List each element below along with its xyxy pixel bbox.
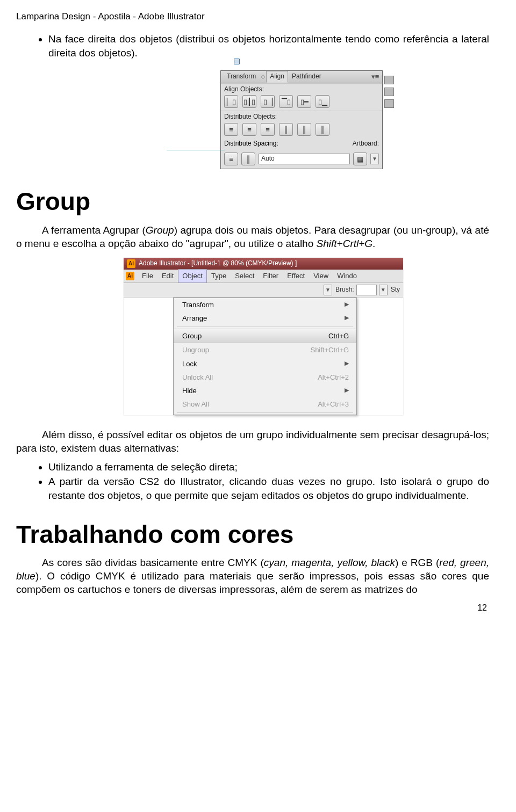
dist-vcenter-icon[interactable]: ≡ [242,123,256,136]
submenu-arrow-icon: ▶ [345,314,349,323]
artboard-dropdown-icon[interactable]: ▼ [370,154,379,164]
dist-hcenter-icon[interactable]: ║ [297,123,311,136]
submenu-arrow-icon: ▶ [345,386,349,395]
bullet-intro: Na face direita dos objetos (distribui o… [48,32,489,59]
heading-colors: Trabalhando com cores [16,518,489,551]
menu-item-lock[interactable]: Lock▶ [174,357,356,371]
submenu-arrow-icon: ▶ [345,300,349,309]
menu-object[interactable]: Object [178,269,207,282]
label-align-objects: Align Objects: [221,83,382,95]
menu-item-arrange[interactable]: Arrange▶ [174,311,356,325]
align-right-icon[interactable]: ▯▕ [261,95,275,108]
dist-vspace-icon[interactable]: ≡ [224,153,238,165]
dist-left-icon[interactable]: ║ [279,123,293,136]
paragraph-colors: As cores são dividas basicamente entre C… [16,556,489,596]
guide-line-icon [167,150,225,150]
paragraph-group-2: Além disso, é possível editar os objetos… [16,428,489,455]
align-left-icon[interactable]: ▏▯ [224,95,238,108]
align-hcenter-icon[interactable]: ▯┃▯ [242,95,256,108]
menu-edit[interactable]: Edit [157,269,178,282]
align-vcenter-icon[interactable]: ▯━ [297,95,311,108]
menu-select[interactable]: Select [231,269,259,282]
menu-window[interactable]: Windo [333,269,361,282]
page-header: Lamparina Design - Apostila - Adobe Illu… [16,11,489,23]
menu-effect[interactable]: Effect [283,269,309,282]
submenu-arrow-icon: ▶ [345,359,349,368]
tab-separator-icon: ◇ [260,73,266,81]
label-brush: Brush: [335,286,354,294]
panel-menu-icon[interactable]: ▾≡ [370,72,380,81]
toolbar-dropdown-icon[interactable]: ▼ [324,285,332,295]
brush-dropdown-icon[interactable]: ▼ [379,285,388,295]
illustrator-logo-icon: Ai [127,259,135,268]
menu-file[interactable]: File [138,269,157,282]
spacing-auto-field[interactable]: Auto [259,154,350,164]
tab-transform[interactable]: Transform [223,71,260,83]
dist-right-icon[interactable]: ║ [316,123,329,136]
illustrator-doc-icon: Ai [126,272,134,280]
align-top-icon[interactable]: ▔▯ [279,95,293,108]
menu-item-transform[interactable]: Transform▶ [174,298,356,311]
figure-object-menu: Ai Adobe Illustrator - [Untitled-1 @ 80%… [124,258,403,415]
bullet-double-click-group: A partir da versão CS2 do Illustrator, c… [48,475,489,502]
label-style-trunc: Sty [391,286,400,294]
page-number: 12 [16,602,489,613]
menu-item-hide[interactable]: Hide▶ [174,384,356,397]
label-artboard: Artboard: [353,140,379,148]
figure-align-panel: Transform ◇ Align Pathfinder ▾≡ Align Ob… [167,70,392,169]
tab-align[interactable]: Align [266,71,288,83]
dist-hspace-icon[interactable]: ║ [241,153,255,165]
menu-item-unlock-all: Unlock AllAlt+Ctrl+2 [174,371,356,384]
selection-handle-icon [234,59,240,64]
bullet-direct-selection: Utilizando a ferramenta de seleção diret… [48,460,489,474]
dist-bottom-icon[interactable]: ≡ [261,123,275,136]
align-bottom-icon[interactable]: ▯▁ [316,95,329,108]
label-distribute-spacing: Distribute Spacing: [224,140,278,148]
menu-item-show-all: Show AllAlt+Ctrl+3 [174,397,356,411]
menu-item-group[interactable]: GroupCtrl+G [174,329,356,343]
label-distribute-objects: Distribute Objects: [221,111,382,122]
menu-filter[interactable]: Filter [259,269,283,282]
menu-view[interactable]: View [309,269,333,282]
object-dropdown: Transform▶ Arrange▶ GroupCtrl+G UngroupS… [173,298,357,415]
brush-preview[interactable] [356,285,377,295]
menu-type[interactable]: Type [207,269,231,282]
dist-top-icon[interactable]: ≡ [224,123,238,136]
window-title: Adobe Illustrator - [Untitled-1 @ 80% (C… [139,259,297,268]
menu-item-ungroup: UngroupShift+Ctrl+G [174,343,356,357]
heading-group: Group [16,185,489,218]
paragraph-group-1: A ferramenta Agrupar (Group) agrupa dois… [16,223,489,250]
tab-pathfinder[interactable]: Pathfinder [288,71,325,83]
align-to-artboard-icon[interactable]: ▦ [353,153,367,165]
